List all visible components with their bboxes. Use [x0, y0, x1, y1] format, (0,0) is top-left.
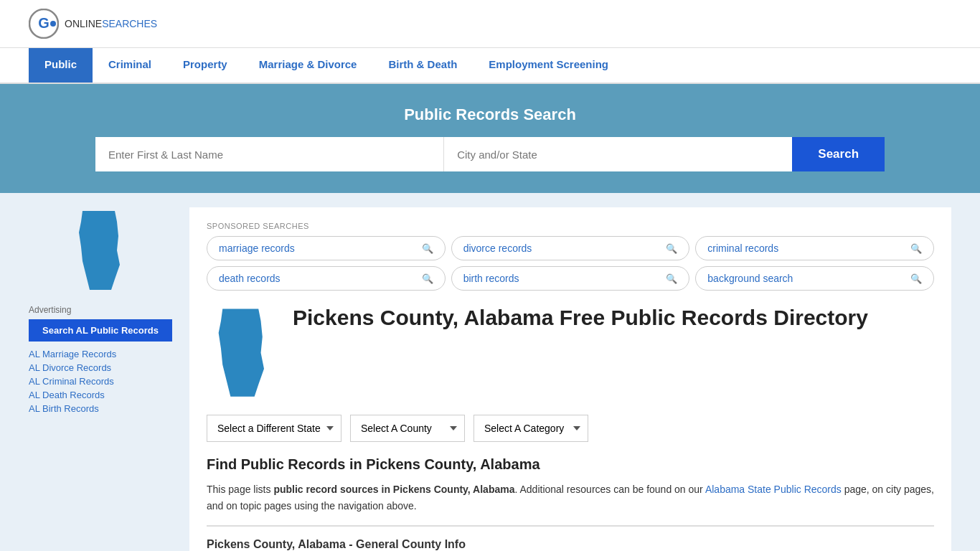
general-info-title: Pickens County, Alabama - General County…	[207, 538, 934, 551]
search-banner-title: Public Records Search	[29, 105, 951, 124]
category-dropdown[interactable]: Select A Category	[473, 415, 588, 442]
find-desc-bold: public record sources in Pickens County,…	[273, 484, 514, 495]
sidebar-link-birth[interactable]: AL Birth Records	[29, 403, 172, 414]
sidebar-link-death[interactable]: AL Death Records	[29, 390, 172, 400]
sidebar-links: AL Marriage Records AL Divorce Records A…	[29, 349, 172, 414]
nav-item-birth-death[interactable]: Birth & Death	[372, 48, 473, 83]
state-map	[29, 207, 172, 293]
sponsored-pill-marriage-label: marriage records	[219, 242, 295, 254]
sponsored-pill-background[interactable]: background search 🔍	[695, 266, 934, 291]
search-icon-divorce: 🔍	[666, 243, 677, 254]
nav-item-property[interactable]: Property	[167, 48, 243, 83]
search-icon-marriage: 🔍	[422, 243, 433, 254]
nav-item-public[interactable]: Public	[29, 48, 93, 83]
search-icon-background: 🔍	[910, 273, 922, 284]
location-input[interactable]	[444, 137, 792, 171]
sponsored-pill-divorce[interactable]: divorce records 🔍	[451, 236, 690, 260]
sidebar-link-criminal[interactable]: AL Criminal Records	[29, 376, 172, 387]
logo-text: ONLINESEARCHES	[65, 18, 157, 29]
find-records-title: Find Public Records in Pickens County, A…	[207, 456, 934, 473]
search-al-button[interactable]: Search AL Public Records	[29, 319, 172, 342]
sidebar-link-marriage[interactable]: AL Marriage Records	[29, 349, 172, 359]
sponsored-pill-divorce-label: divorce records	[463, 242, 532, 254]
nav-item-employment[interactable]: Employment Screening	[473, 48, 624, 83]
advertising-label: Advertising	[29, 305, 172, 315]
sidebar: Advertising Search AL Public Records AL …	[29, 207, 172, 551]
sponsored-pill-death-label: death records	[219, 273, 281, 284]
find-desc-link[interactable]: Alabama State Public Records	[705, 484, 842, 495]
logo: G ONLINESEARCHES	[29, 9, 157, 39]
svg-marker-3	[79, 211, 120, 290]
state-dropdown[interactable]: Select a Different State	[207, 415, 341, 442]
sponsored-pill-birth-label: birth records	[463, 273, 519, 284]
county-dropdown[interactable]: Select A County	[350, 415, 465, 442]
nav-item-criminal[interactable]: Criminal	[93, 48, 167, 83]
page-alabama-map	[207, 305, 278, 400]
dropdowns-row: Select a Different State Select A County…	[207, 415, 934, 442]
search-button[interactable]: Search	[792, 137, 885, 171]
logo-icon: G	[29, 9, 59, 39]
sponsored-grid: marriage records 🔍 divorce records 🔍 cri…	[207, 236, 934, 291]
sponsored-pill-criminal[interactable]: criminal records 🔍	[695, 236, 934, 260]
content-area: SPONSORED SEARCHES marriage records 🔍 di…	[189, 207, 951, 551]
main-nav: Public Criminal Property Marriage & Divo…	[0, 48, 980, 84]
search-icon-criminal: 🔍	[910, 243, 922, 254]
svg-marker-4	[219, 309, 264, 397]
find-records-desc: This page lists public record sources in…	[207, 481, 934, 514]
search-icon-birth: 🔍	[666, 273, 677, 284]
header: G ONLINESEARCHES	[0, 0, 980, 48]
find-desc-text2: . Additional resources can be found on o…	[514, 484, 705, 495]
svg-text:G: G	[38, 15, 50, 31]
name-input[interactable]	[95, 137, 444, 171]
sidebar-link-divorce[interactable]: AL Divorce Records	[29, 362, 172, 373]
sponsored-label: SPONSORED SEARCHES	[207, 222, 934, 230]
svg-point-2	[50, 21, 56, 27]
search-banner: Public Records Search Search	[0, 84, 980, 193]
sponsored-pill-criminal-label: criminal records	[707, 242, 778, 254]
sponsored-pill-birth[interactable]: birth records 🔍	[451, 266, 690, 291]
page-title: Pickens County, Alabama Free Public Reco…	[293, 305, 868, 331]
section-divider	[207, 525, 934, 527]
main-content: Advertising Search AL Public Records AL …	[0, 193, 980, 551]
sponsored-pill-marriage[interactable]: marriage records 🔍	[207, 236, 446, 260]
find-desc-text1: This page lists	[207, 484, 273, 495]
page-title-area: Pickens County, Alabama Free Public Reco…	[207, 305, 934, 400]
search-form: Search	[95, 137, 885, 171]
sponsored-pill-death[interactable]: death records 🔍	[207, 266, 446, 291]
search-icon-death: 🔍	[422, 273, 433, 284]
alabama-map-svg	[68, 207, 133, 293]
sponsored-pill-background-label: background search	[707, 273, 793, 284]
nav-item-marriage-divorce[interactable]: Marriage & Divorce	[243, 48, 373, 83]
